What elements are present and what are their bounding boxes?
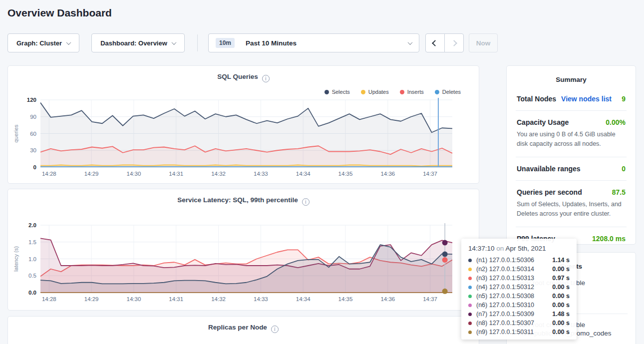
summary-label: Total Nodes [517, 95, 556, 103]
time-range-badge: 10m [216, 38, 235, 48]
svg-text:14:31: 14:31 [169, 171, 183, 177]
svg-text:1.0: 1.0 [28, 256, 36, 262]
tooltip-node-address: (n6) 127.0.0.1:50310 [476, 302, 549, 309]
time-range-label: Past 10 Minutes [246, 39, 297, 47]
tooltip-node-address: (n7) 127.0.0.1:50309 [476, 311, 549, 318]
tooltip-node-value: 0.00 s [552, 293, 570, 300]
legend-dot-icon [361, 90, 365, 94]
service-latency-panel: Service Latency: SQL, 99th percentilei 0… [7, 189, 479, 311]
summary-value: 87.5 [612, 188, 626, 196]
toolbar-divider [197, 34, 198, 51]
legend-dot-icon [324, 90, 329, 94]
service-latency-chart[interactable]: 0.00.51.01.52.014:2814:2914:3014:3114:32… [8, 221, 479, 306]
chart-title: Replicas per Nodei [8, 317, 479, 333]
svg-text:14:33: 14:33 [254, 171, 268, 177]
summary-row: Total NodesView nodes list9 [516, 87, 627, 111]
svg-text:14:34: 14:34 [296, 296, 311, 302]
tooltip-node-value: 1.14 s [552, 257, 570, 264]
svg-text:latency (s): latency (s) [13, 246, 19, 272]
dashboard-dropdown-label: Dashboard: Overview [100, 39, 167, 47]
summary-row: Queries per second87.5Sum of Selects, Up… [516, 181, 627, 227]
tooltip-node-value: 1.48 s [552, 311, 570, 318]
series-dot-icon [468, 313, 472, 316]
svg-text:14:34: 14:34 [296, 171, 311, 177]
chart-title: SQL Queriesi [8, 66, 479, 82]
svg-text:14:30: 14:30 [127, 296, 141, 302]
sql-queries-panel: SQL Queriesi SelectsUpdatesInsertsDelete… [7, 65, 479, 184]
summary-value: 9 [622, 95, 626, 103]
legend-item[interactable]: Deletes [435, 89, 461, 95]
info-icon[interactable]: i [262, 75, 270, 82]
chevron-left-icon [432, 40, 438, 46]
view-nodes-link[interactable]: View nodes list [561, 95, 612, 103]
summary-desc: You are using 0 B of 4.5 GiB usable disk… [517, 130, 626, 149]
tooltip-row: (n1) 127.0.0.1:503061.14 s [468, 256, 570, 265]
toolbar: Graph: Cluster Dashboard: Overview 10m P… [7, 33, 637, 52]
info-icon[interactable]: i [271, 326, 279, 333]
svg-text:14:33: 14:33 [254, 296, 268, 302]
tooltip-rows: (n1) 127.0.0.1:503061.14 s(n2) 127.0.0.1… [468, 256, 570, 337]
time-next-button[interactable] [444, 33, 464, 52]
svg-text:0: 0 [33, 164, 36, 170]
svg-text:14:37: 14:37 [423, 296, 437, 302]
svg-text:2.0: 2.0 [28, 222, 36, 228]
legend-item[interactable]: Updates [361, 89, 389, 95]
summary-label: Capacity Usage [517, 118, 569, 126]
legend-dot-icon [435, 90, 439, 94]
tooltip-node-value: 0.00 s [552, 302, 570, 309]
tooltip-row: (n8) 127.0.0.1:503070.00 s [468, 319, 570, 328]
tooltip-node-value: 0.97 s [552, 275, 570, 282]
svg-text:14:32: 14:32 [211, 296, 226, 302]
tooltip-timestamp: 14:37:10 on Apr 5th, 2021 [468, 245, 570, 252]
tooltip-on: on [496, 245, 504, 252]
tooltip-node-value: 0.00 s [552, 266, 570, 273]
tooltip-node-address: (n4) 127.0.0.1:50312 [476, 284, 549, 291]
chart-title-text: Service Latency: SQL, 99th percentile [177, 196, 298, 204]
series-dot-icon [468, 286, 472, 289]
dashboard-dropdown[interactable]: Dashboard: Overview [91, 33, 185, 52]
svg-text:0.0: 0.0 [28, 290, 36, 296]
svg-text:14:35: 14:35 [338, 296, 353, 302]
tooltip-row: (n9) 127.0.0.1:503110.00 s [468, 328, 570, 337]
svg-text:60: 60 [30, 131, 36, 137]
legend-item[interactable]: Selects [324, 89, 350, 95]
svg-text:14:31: 14:31 [169, 296, 183, 302]
series-dot-icon [468, 304, 472, 307]
summary-row: Unavailable ranges0 [516, 157, 627, 181]
time-prev-button[interactable] [425, 33, 445, 52]
legend-label: Deletes [442, 89, 461, 95]
now-button[interactable]: Now [469, 33, 498, 52]
summary-desc: Sum of Selects, Updates, Inserts, and De… [517, 200, 626, 219]
summary-row: Capacity Usage0.00%You are using 0 B of … [516, 111, 627, 157]
tooltip-date: Apr 5th, 2021 [505, 245, 546, 252]
tooltip-node-address: (n1) 127.0.0.1:50306 [476, 257, 549, 264]
sql-queries-chart[interactable]: 030609012014:2814:2914:3014:3114:3214:33… [8, 96, 479, 181]
replicas-per-node-panel: Replicas per Nodei [7, 316, 479, 344]
summary-value: 0.00% [606, 118, 626, 126]
series-dot-icon [468, 277, 472, 280]
chevron-down-icon [408, 40, 413, 45]
tooltip-row: (n2) 127.0.0.1:503140.00 s [468, 265, 570, 274]
summary-heading: Summary [507, 66, 636, 83]
svg-text:14:36: 14:36 [380, 296, 395, 302]
summary-value: 1208.0 ms [592, 235, 626, 243]
tooltip-node-address: (n5) 127.0.0.1:50308 [476, 293, 549, 300]
time-range-picker[interactable]: 10m Past 10 Minutes [208, 33, 419, 52]
info-icon[interactable]: i [302, 198, 310, 206]
summary-panel: Summary Total NodesView nodes list9Capac… [506, 65, 636, 245]
svg-text:queries: queries [13, 124, 19, 143]
summary-label: Unavailable ranges [517, 165, 581, 173]
graph-dropdown-label: Graph: Cluster [16, 39, 62, 47]
chevron-right-icon [451, 40, 457, 46]
chart-title-text: SQL Queries [217, 73, 258, 80]
svg-text:14:29: 14:29 [84, 296, 99, 302]
svg-text:0.5: 0.5 [28, 273, 36, 279]
graph-dropdown[interactable]: Graph: Cluster [7, 33, 79, 52]
legend-label: Inserts [407, 89, 424, 95]
svg-text:90: 90 [30, 114, 36, 120]
tooltip-node-address: (n9) 127.0.0.1:50311 [476, 329, 549, 336]
legend-item[interactable]: Inserts [400, 89, 424, 95]
svg-text:120: 120 [27, 97, 36, 103]
chart-tooltip: 14:37:10 on Apr 5th, 2021 (n1) 127.0.0.1… [461, 239, 577, 340]
svg-text:14:28: 14:28 [42, 296, 56, 302]
